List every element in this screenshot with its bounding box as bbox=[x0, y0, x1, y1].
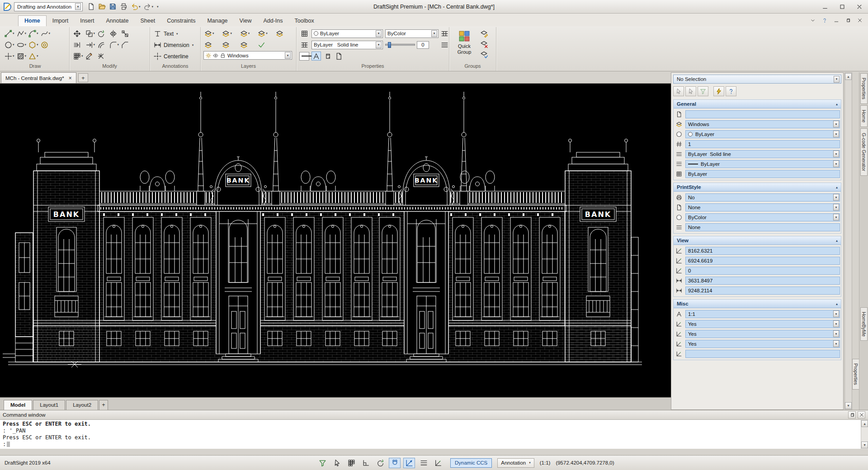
command-input-line[interactable]: : bbox=[3, 441, 865, 448]
field-center-y[interactable]: 6924.6619 bbox=[685, 257, 840, 265]
field-hyperlink[interactable] bbox=[685, 110, 840, 118]
save-button[interactable] bbox=[108, 2, 118, 12]
tab-view[interactable]: View bbox=[234, 16, 258, 26]
layer-freeze-tool[interactable]: ▾ bbox=[257, 29, 274, 38]
dock-tab-gcode[interactable]: G-code Generator bbox=[860, 128, 868, 176]
open-file-button[interactable] bbox=[97, 2, 107, 12]
layers-manager-tool[interactable]: ▾ bbox=[203, 29, 221, 38]
tab-annotate[interactable]: Annotate bbox=[100, 16, 134, 26]
section-header-view[interactable]: View▴ bbox=[674, 236, 841, 245]
minimize-button[interactable] bbox=[816, 0, 834, 13]
scroll-down-icon[interactable]: ▼ bbox=[845, 402, 852, 409]
maximize-button[interactable] bbox=[834, 0, 851, 13]
customize-qat-button[interactable]: ▾ bbox=[155, 2, 160, 12]
polygon-tool[interactable]: ▾ bbox=[28, 40, 39, 49]
tab-manage[interactable]: Manage bbox=[201, 16, 233, 26]
annotation-scale-dropdown[interactable]: Annotation ▾ bbox=[497, 458, 534, 468]
field-linecolor[interactable]: ByLayer▾ bbox=[685, 130, 840, 138]
polyline-tool[interactable]: ▾ bbox=[16, 29, 28, 38]
field-ucs-origin[interactable]: Yes▾ bbox=[685, 330, 840, 338]
annotation-scale-button[interactable] bbox=[311, 52, 321, 61]
palette-help-button[interactable] bbox=[726, 86, 736, 96]
transparency-slider[interactable]: 0 bbox=[385, 41, 439, 49]
chamfer-tool[interactable] bbox=[120, 40, 132, 49]
field-height[interactable]: 3631.8497 bbox=[685, 277, 840, 285]
active-layer-dropdown[interactable]: Windows ▾ bbox=[203, 51, 292, 60]
drawing-canvas[interactable]: BANK BANK BANK BANK bbox=[0, 84, 671, 397]
selection-dropdown[interactable]: No Selection ▾ bbox=[673, 75, 841, 84]
properties-palette-button[interactable] bbox=[299, 29, 309, 38]
line-style-dropdown[interactable]: ByLayer Solid line ▾ bbox=[311, 41, 383, 49]
frame-button[interactable] bbox=[323, 52, 332, 61]
field-layer[interactable]: Windows▾ bbox=[685, 120, 840, 128]
etrack-toggle[interactable] bbox=[403, 458, 415, 468]
select-add-button[interactable] bbox=[685, 86, 696, 96]
plot-style-button[interactable] bbox=[441, 29, 448, 38]
tab-sheet[interactable]: Sheet bbox=[134, 16, 161, 26]
layer-hide-tool[interactable]: ▾ bbox=[239, 29, 256, 38]
slider-thumb[interactable] bbox=[388, 42, 391, 48]
flash-selection-button[interactable] bbox=[713, 86, 724, 96]
field-linescale[interactable]: 1 bbox=[685, 140, 840, 148]
erase-tool[interactable] bbox=[85, 52, 96, 61]
command-window-header[interactable]: Command window bbox=[0, 410, 868, 420]
group-edit-tool[interactable] bbox=[479, 29, 489, 38]
undo-button[interactable]: ▾ bbox=[129, 2, 142, 12]
pointer-toggle[interactable] bbox=[331, 458, 343, 468]
point-tool[interactable]: ▾ bbox=[4, 52, 15, 61]
doc-close-button[interactable] bbox=[855, 16, 864, 24]
close-icon[interactable]: × bbox=[69, 75, 72, 81]
hatch-tool[interactable]: ▾ bbox=[16, 52, 28, 61]
polar-toggle[interactable] bbox=[374, 458, 386, 468]
field-lineweight[interactable]: ByLayer▾ bbox=[685, 160, 840, 168]
layer-states-tool[interactable] bbox=[257, 40, 274, 49]
line-color-dropdown[interactable]: ByLayer ▾ bbox=[311, 29, 383, 38]
new-file-button[interactable] bbox=[86, 2, 96, 12]
ellipse-tool[interactable]: ▾ bbox=[16, 40, 28, 49]
doc-restore-button[interactable] bbox=[844, 16, 853, 24]
field-center-z[interactable]: 0 bbox=[685, 267, 840, 275]
field-printstyle[interactable]: No▾ bbox=[685, 193, 840, 202]
wedge-tool[interactable]: ▾ bbox=[28, 52, 39, 61]
ring-tool[interactable] bbox=[40, 40, 52, 49]
tab-home[interactable]: Home bbox=[18, 15, 47, 26]
print-color-dropdown[interactable]: ByColor ▾ bbox=[385, 29, 439, 38]
field-printtable[interactable]: None bbox=[685, 223, 840, 231]
tab-layout1[interactable]: Layout1 bbox=[33, 400, 65, 410]
field-transparency[interactable]: ByLayer bbox=[685, 170, 840, 178]
palette-scrollbar[interactable]: ▲ ▼ bbox=[844, 72, 852, 410]
field-center-x[interactable]: 8162.6321 bbox=[685, 247, 840, 255]
collapse-ribbon-button[interactable] bbox=[808, 16, 817, 24]
rotate-tool[interactable] bbox=[96, 29, 108, 38]
stretch-tool[interactable] bbox=[72, 40, 84, 49]
document-tab[interactable]: MCh - Central Bank.dwg* × bbox=[1, 72, 76, 83]
tab-import[interactable]: Import bbox=[47, 16, 74, 26]
move-tool[interactable] bbox=[72, 29, 84, 38]
workspace-dropdown[interactable]: Drafting and Annotation ▾ bbox=[14, 2, 83, 11]
dimension-tool[interactable]: Dimension▾ bbox=[153, 40, 194, 50]
scroll-down-icon[interactable]: ▼ bbox=[861, 442, 868, 448]
group-select-tool[interactable] bbox=[479, 50, 489, 59]
dock-tab-properties[interactable]: Properties bbox=[860, 73, 868, 104]
selection-filter-toggle[interactable] bbox=[316, 458, 328, 468]
tab-layout2[interactable]: Layout2 bbox=[66, 400, 98, 410]
dock-tab-homebyme[interactable]: HomeByMe bbox=[860, 307, 868, 341]
layer-unisolate-tool[interactable] bbox=[221, 40, 238, 49]
layer-lock-tool[interactable] bbox=[275, 29, 292, 38]
line-tool[interactable]: ▾ bbox=[4, 29, 15, 38]
circle-tool[interactable]: ▾ bbox=[4, 40, 15, 49]
new-document-tab-button[interactable]: + bbox=[78, 73, 88, 82]
scroll-up-icon[interactable]: ▲ bbox=[861, 420, 868, 427]
palette-tab-properties[interactable]: Properties bbox=[852, 359, 859, 390]
grid-toggle[interactable] bbox=[345, 458, 357, 468]
add-sheet-button[interactable]: + bbox=[99, 400, 108, 410]
line-style-button[interactable] bbox=[299, 40, 309, 49]
tab-addins[interactable]: Add-Ins bbox=[257, 16, 288, 26]
text-tool[interactable]: Text▾ bbox=[153, 29, 194, 38]
command-scrollbar[interactable]: ▲ ▼ bbox=[861, 420, 868, 449]
section-header-printstyle[interactable]: PrintStyle▴ bbox=[674, 183, 841, 192]
pattern-tool[interactable]: ▾ bbox=[72, 52, 84, 61]
command-window[interactable]: Press ESC or ENTER to exit. : '_PAN Pres… bbox=[0, 420, 868, 449]
print-button[interactable] bbox=[118, 2, 129, 12]
ucs-toggle[interactable] bbox=[432, 458, 444, 468]
